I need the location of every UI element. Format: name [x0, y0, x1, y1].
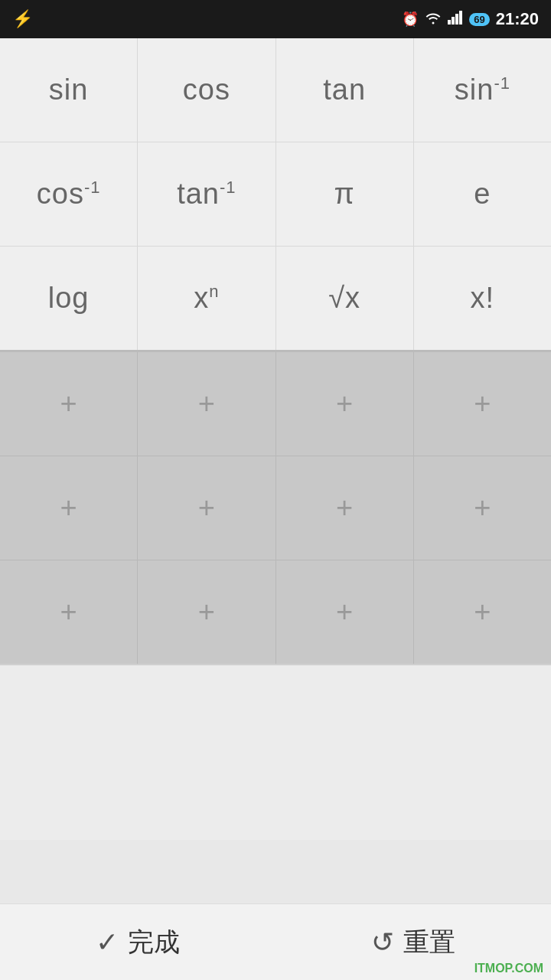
cos-inv-button[interactable]: cos-1	[0, 142, 138, 246]
extra-btn-1-3[interactable]: +	[276, 352, 414, 456]
extra-btn-2-3[interactable]: +	[276, 456, 414, 560]
extra-row-2: + + + +	[0, 456, 551, 560]
cos-button[interactable]: cos	[138, 38, 276, 142]
done-button[interactable]: ✓ 完成	[96, 925, 180, 960]
time-display: 21:20	[496, 9, 539, 29]
extra-row-3: + + + +	[0, 560, 551, 664]
extra-btn-2-1[interactable]: +	[0, 456, 138, 560]
display-area	[0, 664, 551, 840]
keypad-row-2: cos-1 tan-1 π e	[0, 142, 551, 247]
extra-btn-2-2[interactable]: +	[138, 456, 276, 560]
log-button[interactable]: log	[0, 247, 138, 350]
reset-label: 重置	[403, 925, 455, 960]
extra-btn-3-2[interactable]: +	[138, 560, 276, 664]
keypad-row-3: log xn √x x!	[0, 247, 551, 350]
extra-btn-2-4[interactable]: +	[414, 456, 551, 560]
extra-btn-1-1[interactable]: +	[0, 352, 138, 456]
sqrt-button[interactable]: √x	[276, 247, 414, 350]
svg-rect-0	[448, 20, 451, 24]
svg-rect-2	[455, 14, 458, 24]
extra-row-1: + + + +	[0, 352, 551, 456]
extra-btn-1-2[interactable]: +	[138, 352, 276, 456]
lightning-icon: ⚡	[12, 9, 33, 29]
status-bar-left: ⚡	[12, 9, 33, 29]
pi-button[interactable]: π	[276, 142, 414, 246]
sin-button[interactable]: sin	[0, 38, 138, 142]
extra-keypad: + + + + + + + + + + +	[0, 352, 551, 664]
svg-rect-3	[459, 11, 462, 24]
status-bar: ⚡ ⏰ 69 21:20	[0, 0, 551, 38]
e-button[interactable]: e	[414, 142, 551, 246]
done-label: 完成	[128, 925, 180, 960]
checkmark-icon: ✓	[96, 926, 119, 959]
clock-icon: ⏰	[402, 11, 419, 28]
svg-rect-1	[452, 17, 455, 24]
extra-btn-3-1[interactable]: +	[0, 560, 138, 664]
sin-inv-button[interactable]: sin-1	[414, 38, 551, 142]
wifi-icon	[425, 11, 442, 28]
extra-btn-3-3[interactable]: +	[276, 560, 414, 664]
reset-icon: ↺	[371, 926, 394, 959]
reset-button[interactable]: ↺ 重置	[371, 925, 455, 960]
factorial-button[interactable]: x!	[414, 247, 551, 350]
signal-icon	[448, 11, 463, 28]
bottom-bar: ✓ 完成 ↺ 重置	[0, 903, 551, 980]
tan-inv-button[interactable]: tan-1	[138, 142, 276, 246]
extra-btn-3-4[interactable]: +	[414, 560, 551, 664]
watermark: ITMOP.COM	[474, 962, 543, 975]
scientific-keypad: sin cos tan sin-1 cos-1 tan-1 π e log	[0, 38, 551, 350]
tan-button[interactable]: tan	[276, 38, 414, 142]
status-bar-right: ⏰ 69 21:20	[402, 9, 539, 29]
extra-btn-1-4[interactable]: +	[414, 352, 551, 456]
keypad-row-1: sin cos tan sin-1	[0, 38, 551, 142]
battery-indicator: 69	[469, 13, 489, 26]
xn-button[interactable]: xn	[138, 247, 276, 350]
